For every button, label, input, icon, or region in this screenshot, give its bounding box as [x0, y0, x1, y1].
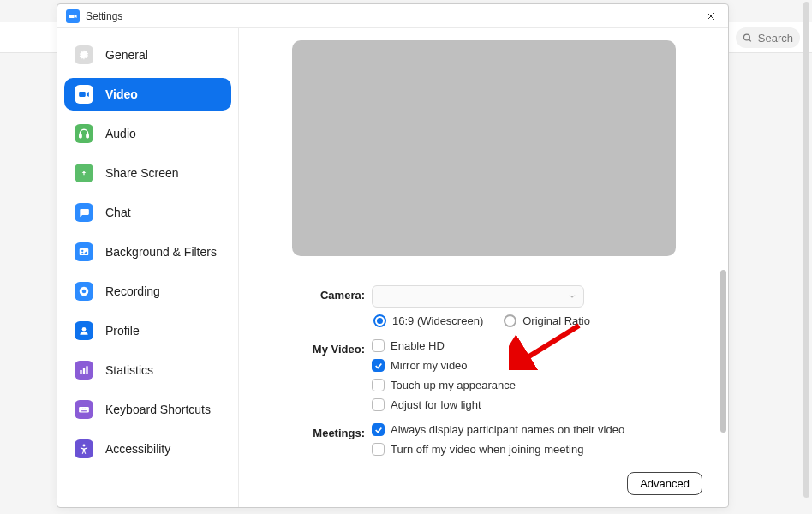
checkbox-input-checked — [372, 423, 385, 436]
sidebar-item-recording[interactable]: Recording — [64, 275, 231, 308]
svg-point-15 — [82, 327, 87, 332]
svg-rect-23 — [87, 409, 87, 409]
sidebar-item-chat[interactable]: Chat — [64, 196, 231, 229]
checkbox-label: Always display participant names on thei… — [391, 423, 624, 436]
label-camera: Camera: — [290, 285, 372, 334]
titlebar: Settings — [57, 4, 728, 28]
advanced-button[interactable]: Advanced — [627, 472, 702, 495]
sidebar-item-audio[interactable]: Audio — [64, 117, 231, 150]
checkbox-mirror-video[interactable]: Mirror my video — [372, 359, 702, 372]
checkbox-input — [372, 379, 385, 391]
sidebar-item-label: Chat — [105, 206, 131, 219]
sidebar-item-label: Accessibility — [105, 442, 170, 456]
svg-point-12 — [81, 250, 83, 252]
svg-rect-24 — [81, 410, 87, 411]
recording-icon — [75, 282, 93, 301]
settings-body: General Video Audio Share Screen — [57, 28, 728, 507]
gear-icon — [75, 45, 93, 64]
share-screen-icon — [75, 164, 93, 182]
svg-point-0 — [743, 34, 749, 40]
checkbox-label: Turn off my video when joining meeting — [391, 443, 583, 456]
headphones-icon — [75, 124, 93, 143]
radio-label: Original Ratio — [522, 314, 590, 327]
checkbox-enable-hd[interactable]: Enable HD — [372, 339, 702, 352]
content-scrollbar[interactable] — [720, 270, 726, 433]
sidebar-item-label: General — [105, 48, 148, 62]
radio-input-checked — [373, 314, 386, 327]
svg-rect-16 — [80, 370, 81, 374]
sidebar-item-label: Profile — [105, 324, 140, 338]
camera-dropdown[interactable] — [372, 285, 584, 308]
search-input[interactable]: Search — [736, 27, 800, 48]
checkbox-label: Adjust for low light — [391, 398, 481, 411]
titlebar-left: Settings — [66, 9, 122, 23]
radio-original[interactable]: Original Ratio — [504, 314, 590, 327]
window-title: Settings — [86, 10, 122, 22]
svg-rect-20 — [81, 409, 81, 409]
checkbox-turn-off-video[interactable]: Turn off my video when joining meeting — [372, 443, 702, 456]
sidebar-item-general[interactable]: General — [64, 39, 231, 71]
svg-rect-21 — [82, 409, 83, 409]
radio-input — [504, 314, 516, 327]
search-placeholder: Search — [758, 32, 793, 45]
footer: Advanced — [627, 472, 702, 495]
settings-window: Settings General Video — [57, 3, 729, 508]
label-myvideo: My Video: — [290, 339, 372, 418]
sidebar-item-share-screen[interactable]: Share Screen — [64, 157, 231, 189]
svg-rect-17 — [83, 368, 85, 374]
profile-icon — [75, 321, 93, 340]
search-icon — [743, 33, 753, 44]
sidebar-item-profile[interactable]: Profile — [64, 314, 231, 347]
keyboard-icon — [75, 400, 93, 419]
sidebar-item-video[interactable]: Video — [64, 78, 231, 111]
svg-line-1 — [749, 39, 750, 40]
checkbox-input — [372, 339, 385, 352]
sidebar-item-label: Keyboard Shortcuts — [105, 403, 211, 416]
checkbox-input — [372, 443, 385, 456]
svg-rect-7 — [80, 134, 81, 138]
svg-rect-22 — [85, 409, 86, 409]
sidebar-item-label: Video — [105, 87, 138, 101]
checkbox-input-checked — [372, 359, 385, 372]
svg-rect-6 — [79, 92, 86, 97]
checkbox-input — [372, 398, 385, 411]
radio-169[interactable]: 16:9 (Widescreen) — [373, 314, 483, 327]
radio-label: 16:9 (Widescreen) — [392, 314, 483, 327]
sidebar-item-label: Share Screen — [105, 166, 179, 180]
video-preview — [292, 40, 676, 256]
svg-point-25 — [83, 444, 86, 446]
video-settings-form: Camera: 16:9 (Widescreen) — [290, 285, 702, 487]
app-logo — [66, 9, 80, 23]
close-icon — [706, 11, 716, 21]
svg-point-14 — [82, 290, 87, 294]
label-meetings: Meetings: — [290, 423, 372, 482]
sidebar-item-statistics[interactable]: Statistics — [64, 354, 231, 386]
chevron-down-icon — [568, 292, 576, 301]
svg-rect-8 — [87, 134, 88, 138]
svg-rect-2 — [69, 14, 75, 17]
sidebar-item-keyboard-shortcuts[interactable]: Keyboard Shortcuts — [64, 393, 231, 426]
chat-icon — [75, 203, 93, 222]
svg-rect-18 — [86, 366, 87, 374]
svg-rect-19 — [79, 407, 89, 412]
sidebar-item-background-filters[interactable]: Background & Filters — [64, 236, 231, 268]
checkbox-label: Touch up my appearance — [391, 379, 516, 391]
checkbox-display-names[interactable]: Always display participant names on thei… — [372, 423, 702, 436]
checkbox-low-light[interactable]: Adjust for low light — [372, 398, 702, 411]
checkbox-label: Mirror my video — [391, 359, 468, 372]
sidebar-item-label: Statistics — [105, 363, 153, 377]
sidebar: General Video Audio Share Screen — [57, 28, 239, 507]
page-scrollbar[interactable] — [803, 2, 809, 498]
accessibility-icon — [75, 439, 93, 458]
sidebar-item-label: Audio — [105, 127, 136, 140]
content-panel: Camera: 16:9 (Widescreen) — [239, 28, 728, 507]
statistics-icon — [75, 361, 93, 380]
background-icon — [75, 242, 93, 261]
close-button[interactable] — [702, 8, 719, 25]
sidebar-item-label: Recording — [105, 284, 160, 298]
sidebar-item-accessibility[interactable]: Accessibility — [64, 433, 231, 465]
sidebar-item-label: Background & Filters — [105, 245, 217, 259]
checkbox-label: Enable HD — [391, 339, 445, 352]
checkbox-touch-up[interactable]: Touch up my appearance — [372, 379, 702, 391]
video-icon — [75, 85, 93, 104]
